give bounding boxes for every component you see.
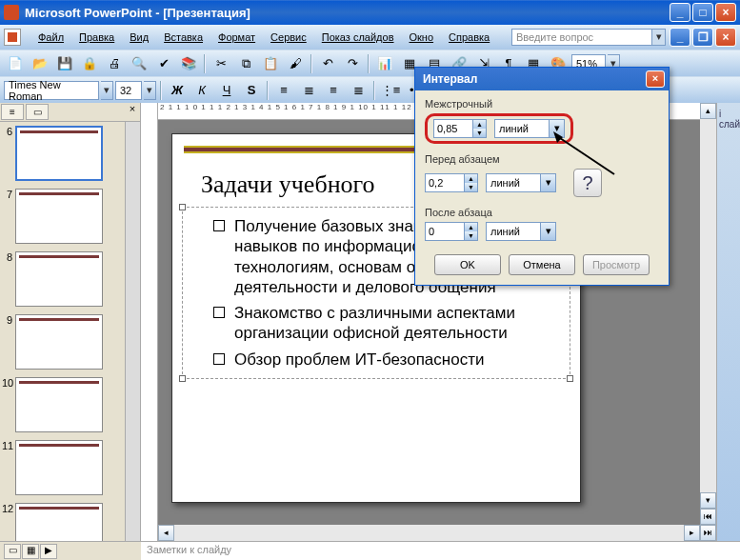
chevron-down-icon[interactable]: ▾: [540, 223, 555, 240]
cancel-button[interactable]: Отмена: [509, 254, 575, 275]
slideshow-view-icon[interactable]: ▶: [40, 544, 57, 559]
doc-close-button[interactable]: ×: [715, 28, 736, 47]
permission-icon[interactable]: 🔒: [78, 53, 101, 74]
resize-handle[interactable]: [567, 375, 573, 382]
menu-edit[interactable]: Правка: [71, 29, 122, 46]
prev-slide-icon[interactable]: ⏮: [700, 509, 716, 525]
line-spacing-unit-select[interactable]: линий ▾: [494, 119, 565, 138]
thumbnail-12[interactable]: 12: [0, 499, 125, 541]
align-center-icon[interactable]: ≣: [297, 80, 320, 101]
spelling-icon[interactable]: ✔: [152, 53, 175, 74]
font-size-combo[interactable]: 32: [115, 81, 142, 100]
thumbnail-8[interactable]: 8: [0, 248, 125, 310]
spin-down-icon[interactable]: ▼: [465, 231, 477, 240]
pane-close-icon[interactable]: ×: [125, 103, 140, 121]
after-unit-select[interactable]: линий ▾: [486, 222, 556, 241]
doc-restore-button[interactable]: ❐: [692, 28, 713, 47]
save-icon[interactable]: 💾: [53, 53, 76, 74]
normal-view-icon[interactable]: ▭: [4, 544, 21, 559]
menu-window[interactable]: Окно: [402, 29, 442, 46]
dialog-close-button[interactable]: ×: [646, 70, 665, 88]
menu-slideshow[interactable]: Показ слайдов: [314, 29, 402, 46]
context-help-button[interactable]: ?: [573, 169, 602, 197]
before-unit-select[interactable]: линий ▾: [486, 173, 556, 192]
format-painter-icon[interactable]: 🖌: [284, 53, 307, 74]
after-spinner[interactable]: ▲▼: [425, 222, 478, 241]
vertical-scrollbar[interactable]: ▴ ▾ ⏮ ⏭: [700, 103, 716, 541]
research-icon[interactable]: 📚: [177, 53, 200, 74]
new-icon[interactable]: 📄: [4, 53, 27, 74]
after-value[interactable]: [426, 223, 464, 240]
horizontal-scrollbar[interactable]: ◂ ▸: [158, 525, 700, 541]
print-preview-icon[interactable]: 🔍: [128, 53, 150, 74]
spin-down-icon[interactable]: ▼: [473, 129, 486, 137]
sorter-view-icon[interactable]: ▦: [22, 544, 39, 559]
copy-icon[interactable]: ⧉: [234, 53, 257, 74]
spin-up-icon[interactable]: ▲: [473, 120, 486, 129]
scroll-down-icon[interactable]: ▾: [700, 492, 716, 509]
numbering-icon[interactable]: ⋮≡: [379, 80, 402, 101]
next-slide-icon[interactable]: ⏭: [700, 525, 716, 541]
align-left-icon[interactable]: ≡: [272, 80, 295, 101]
thumbnail-scrollbar[interactable]: [125, 122, 140, 541]
spin-down-icon[interactable]: ▼: [465, 183, 477, 191]
minimize-button[interactable]: _: [670, 3, 690, 22]
bold-icon[interactable]: Ж: [166, 80, 189, 101]
paste-icon[interactable]: 📋: [259, 53, 282, 74]
thumbnail-11[interactable]: 11: [0, 436, 125, 499]
chart-icon[interactable]: 📊: [373, 53, 396, 74]
undo-icon[interactable]: ↶: [316, 53, 339, 74]
cut-icon[interactable]: ✂: [210, 53, 232, 74]
task-pane[interactable]: і слайд: [716, 103, 740, 541]
thumbnail-7[interactable]: 7: [0, 185, 125, 248]
menu-view[interactable]: Вид: [122, 29, 156, 46]
chevron-down-icon[interactable]: ▾: [540, 174, 555, 191]
font-size-dropdown[interactable]: ▾: [144, 81, 156, 100]
align-justify-icon[interactable]: ≣: [347, 80, 370, 101]
control-menu-icon[interactable]: [4, 29, 21, 46]
menu-insert[interactable]: Вставка: [156, 29, 210, 46]
doc-minimize-button[interactable]: _: [670, 28, 690, 47]
spin-up-icon[interactable]: ▲: [465, 174, 477, 183]
align-right-icon[interactable]: ≡: [322, 80, 345, 101]
resize-handle[interactable]: [179, 204, 186, 210]
ask-question-input[interactable]: Введите вопрос: [511, 29, 652, 46]
outline-tab[interactable]: ≡: [1, 104, 24, 120]
scroll-left-icon[interactable]: ◂: [158, 525, 174, 541]
dialog-titlebar[interactable]: Интервал ×: [415, 68, 669, 90]
maximize-button[interactable]: □: [692, 3, 713, 22]
font-name-combo[interactable]: Times New Roman: [4, 81, 99, 100]
resize-handle[interactable]: [179, 375, 186, 382]
bullet-item[interactable]: Обзор проблем ИТ-безопасности: [213, 347, 543, 372]
line-spacing-value[interactable]: [434, 120, 472, 137]
slides-tab[interactable]: ▭: [26, 104, 49, 120]
redo-icon[interactable]: ↷: [341, 53, 364, 74]
bullet-item[interactable]: Знакомство с различными аспектами органи…: [213, 300, 543, 347]
vertical-ruler[interactable]: [141, 103, 158, 541]
menu-help[interactable]: Справка: [441, 29, 497, 46]
ok-button[interactable]: OK: [434, 254, 501, 275]
menu-file[interactable]: Файл: [30, 29, 71, 46]
menu-format[interactable]: Формат: [210, 29, 263, 46]
menu-tools[interactable]: Сервис: [263, 29, 314, 46]
preview-button[interactable]: Просмотр: [583, 254, 650, 275]
line-spacing-spinner[interactable]: ▲▼: [433, 119, 487, 138]
shadow-icon[interactable]: S: [240, 80, 263, 101]
underline-icon[interactable]: Ч: [215, 80, 238, 101]
spin-up-icon[interactable]: ▲: [465, 223, 477, 231]
thumbnail-6[interactable]: 6: [0, 122, 125, 185]
thumbnail-9[interactable]: 9: [0, 310, 125, 373]
thumbnail-10[interactable]: 10: [0, 373, 125, 436]
close-button[interactable]: ×: [715, 3, 736, 22]
scroll-up-icon[interactable]: ▴: [700, 103, 716, 119]
chevron-down-icon[interactable]: ▾: [549, 120, 564, 137]
notes-pane[interactable]: Заметки к слайду: [141, 541, 740, 560]
scroll-right-icon[interactable]: ▸: [684, 525, 700, 541]
print-icon[interactable]: 🖨: [103, 53, 126, 74]
before-value[interactable]: [426, 174, 464, 191]
open-icon[interactable]: 📂: [29, 53, 51, 74]
font-name-dropdown[interactable]: ▾: [101, 81, 113, 100]
ask-question-dropdown[interactable]: ▾: [652, 29, 666, 46]
italic-icon[interactable]: К: [190, 80, 213, 101]
before-spinner[interactable]: ▲▼: [425, 173, 478, 192]
